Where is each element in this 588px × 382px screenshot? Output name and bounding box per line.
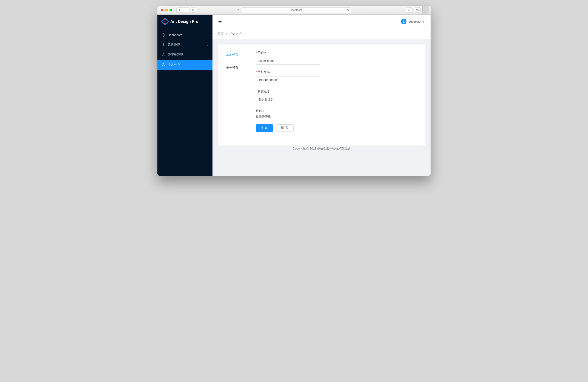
browser-forward-button[interactable]	[183, 7, 189, 13]
breadcrumb-current: 个人中心	[230, 32, 242, 35]
required-mark: *	[256, 70, 257, 74]
topbar-username: super-admin	[409, 20, 425, 23]
tab-basic[interactable]: 基本设置	[226, 51, 250, 59]
sidebar-menu: Dashboard 系统管理 ▾ 管理员管理	[157, 28, 212, 70]
browser-nav-buttons	[176, 7, 197, 13]
window-zoom-button[interactable]	[169, 9, 172, 11]
sidebar: Ant Design Pro Dashboard 系统管理 ▾	[157, 15, 212, 176]
tab-indicator	[250, 51, 250, 59]
new-tab-button[interactable]: +	[422, 6, 429, 14]
browser-right-buttons: +	[406, 6, 431, 14]
tab-security[interactable]: 安全设置	[226, 64, 250, 72]
browser-urlbar-group: æ localhost ↻	[237, 7, 351, 13]
avatar	[401, 19, 406, 24]
footer: Copyright © 2019 蚂蚁金服体验技术部出品	[218, 145, 425, 155]
traffic-lights	[157, 9, 172, 11]
svg-point-8	[403, 20, 404, 21]
reset-button[interactable]: 重置	[276, 124, 294, 132]
reload-icon[interactable]: ↻	[346, 8, 349, 12]
sidebar-item-label: 系统管理	[168, 43, 180, 47]
collapse-sidebar-button[interactable]	[218, 19, 222, 24]
breadcrumb-separator: /	[226, 32, 227, 35]
field-role: 角色： 超级管理员	[256, 109, 320, 119]
svg-rect-3	[417, 9, 419, 11]
field-realname: *真实姓名：	[256, 90, 320, 103]
sidebar-item-profile[interactable]: 个人中心	[157, 60, 212, 70]
svg-rect-2	[416, 9, 418, 11]
realname-input[interactable]	[256, 96, 320, 103]
content: 基本设置 安全设置 *用户名：	[212, 39, 431, 176]
sidebar-item-label: 个人中心	[168, 63, 180, 67]
sidebar-item-system[interactable]: 系统管理 ▾	[157, 40, 212, 50]
app-viewport: Ant Design Pro Dashboard 系统管理 ▾	[157, 15, 431, 176]
browser-url-text: localhost	[291, 8, 302, 12]
app-logo[interactable]: Ant Design Pro	[157, 15, 212, 28]
svg-rect-0	[192, 9, 195, 11]
share-icon[interactable]	[406, 7, 413, 13]
breadcrumb-home-link[interactable]: 首页	[218, 32, 224, 35]
form-buttons: 保存 重置	[256, 124, 320, 132]
svg-point-6	[163, 54, 164, 55]
svg-point-5	[163, 44, 164, 45]
logo-icon	[162, 19, 168, 24]
user-icon	[162, 63, 165, 66]
sidebar-item-dashboard[interactable]: Dashboard	[157, 30, 212, 40]
topbar: super-admin	[212, 15, 431, 28]
role-value: 超级管理员	[256, 115, 320, 119]
topbar-user[interactable]: super-admin	[401, 19, 425, 24]
footer-text-left: Copyright	[293, 147, 306, 150]
phone-input[interactable]	[256, 76, 320, 84]
window-minimize-button[interactable]	[165, 9, 168, 11]
sidebar-item-admin[interactable]: 管理员管理	[157, 50, 212, 60]
required-mark: *	[256, 51, 257, 54]
field-username: *用户名：	[256, 51, 320, 65]
svg-point-7	[163, 64, 164, 65]
footer-text-right: 2019 蚂蚁金服体验技术部出品	[309, 147, 350, 150]
copyright-icon: ©	[306, 147, 309, 150]
settings-card: 基本设置 安全设置 *用户名：	[218, 44, 425, 145]
label-phone: *手机号码：	[256, 70, 320, 74]
field-phone: *手机号码：	[256, 70, 320, 84]
dashboard-icon	[162, 33, 165, 37]
window-close-button[interactable]	[161, 9, 164, 11]
browser-sidebar-button[interactable]	[190, 7, 197, 13]
sidebar-item-label: Dashboard	[168, 33, 183, 37]
browser-chrome: æ localhost ↻ +	[157, 6, 431, 15]
main-area: super-admin 首页 / 个人中心 基本设置 安全设置	[212, 15, 431, 176]
required-mark: *	[256, 90, 257, 93]
reader-icon[interactable]: æ	[237, 8, 239, 12]
label-realname: *真实姓名：	[256, 90, 320, 94]
label-username: *用户名：	[256, 51, 320, 55]
save-button[interactable]: 保存	[256, 124, 273, 132]
browser-back-button[interactable]	[176, 7, 183, 13]
browser-window: æ localhost ↻ + Ant Design Pro	[157, 6, 431, 176]
breadcrumb: 首页 / 个人中心	[212, 28, 431, 39]
settings-form: *用户名： *手机号码： *真实姓名：	[250, 51, 320, 139]
tabs-icon[interactable]	[414, 7, 421, 13]
sidebar-item-label: 管理员管理	[168, 53, 183, 57]
app-title: Ant Design Pro	[170, 19, 198, 24]
settings-tabs: 基本设置 安全设置	[226, 51, 250, 139]
user-icon	[162, 53, 165, 57]
settings-icon	[162, 43, 165, 47]
username-input[interactable]	[256, 57, 320, 65]
browser-urlbar[interactable]: localhost ↻	[242, 7, 351, 13]
chevron-down-icon: ▾	[207, 44, 208, 46]
label-role: 角色：	[256, 109, 320, 113]
